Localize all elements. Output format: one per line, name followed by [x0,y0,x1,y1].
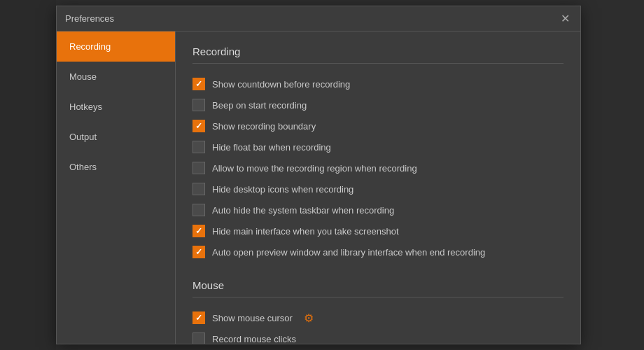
sidebar: Recording Mouse Hotkeys Output Others [57,31,176,344]
sidebar-item-hotkeys[interactable]: Hotkeys [57,92,175,122]
option-row-maininterface: Hide main interface when you take screen… [192,220,564,241]
dialog-titlebar: Preferences ✕ [57,6,580,31]
checkbox-recordclicks[interactable] [192,332,205,344]
option-label-countdown: Show countdown before recording [212,79,350,90]
checkbox-countdown[interactable] [192,78,205,90]
option-label-beep: Beep on start recording [212,100,307,111]
content-area: Recording Show countdown before recordin… [176,31,580,344]
checkbox-floatbar[interactable] [192,141,205,153]
option-row-boundary: Show recording boundary [192,115,564,136]
checkbox-showcursor[interactable] [192,312,205,324]
option-row-beep: Beep on start recording [192,94,564,115]
gear-icon[interactable]: ⚙ [302,312,315,324]
sidebar-item-mouse[interactable]: Mouse [57,62,175,92]
checkbox-taskbar[interactable] [192,204,205,216]
checkbox-maininterface[interactable] [192,225,205,237]
option-row-taskbar: Auto hide the system taskbar when record… [192,200,564,220]
sidebar-item-others[interactable]: Others [57,152,175,182]
sidebar-item-output[interactable]: Output [57,122,175,152]
checkbox-boundary[interactable] [192,120,205,132]
dialog-title: Preferences [65,13,114,24]
checkbox-desktopicons[interactable] [192,183,205,195]
option-row-showcursor: Show mouse cursor ⚙ [192,307,564,328]
mouse-section-title: Mouse [192,279,564,298]
option-row-autoopen: Auto open preview window and library int… [192,241,564,262]
option-label-floatbar: Hide float bar when recording [212,142,331,153]
checkbox-moveregion[interactable] [192,162,205,174]
option-label-recordclicks: Record mouse clicks [212,334,296,344]
option-label-boundary: Show recording boundary [212,121,316,132]
mouse-section: Mouse Show mouse cursor ⚙ Record mouse c… [192,279,564,344]
close-button[interactable]: ✕ [558,12,572,26]
option-row-moveregion: Allow to move the recording region when … [192,158,564,178]
option-row-recordclicks: Record mouse clicks [192,328,564,344]
dialog-body: Recording Mouse Hotkeys Output Others Re… [57,31,580,344]
option-row-floatbar: Hide float bar when recording [192,136,564,158]
left-panel [0,0,56,350]
option-row-desktopicons: Hide desktop icons when recording [192,178,564,200]
option-label-desktopicons: Hide desktop icons when recording [212,184,354,195]
option-label-moveregion: Allow to move the recording region when … [212,163,417,174]
recording-section-title: Recording [192,46,564,64]
option-label-autoopen: Auto open preview window and library int… [212,247,485,258]
checkbox-beep[interactable] [192,99,205,111]
sidebar-item-recording[interactable]: Recording [57,31,175,62]
option-label-showcursor: Show mouse cursor [212,313,293,323]
option-label-taskbar: Auto hide the system taskbar when record… [212,205,394,216]
checkbox-autoopen[interactable] [192,246,205,258]
option-label-maininterface: Hide main interface when you take screen… [212,226,399,237]
option-row-countdown: Show countdown before recording [192,74,564,94]
preferences-dialog: Preferences ✕ Recording Mouse Hotkeys Ou… [56,6,581,344]
